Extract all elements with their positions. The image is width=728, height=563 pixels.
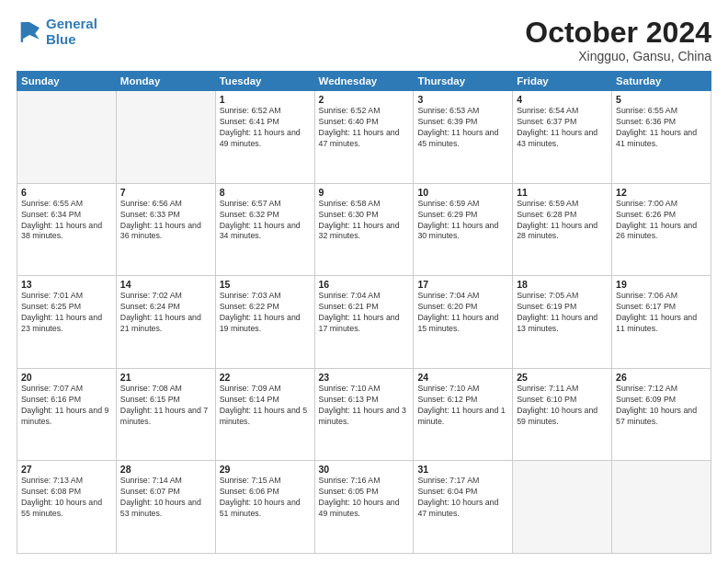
day-info: Sunrise: 6:53 AMSunset: 6:39 PMDaylight:… xyxy=(417,106,508,150)
svg-rect-2 xyxy=(21,22,23,42)
day-number: 31 xyxy=(417,464,508,475)
calendar-cell: 2Sunrise: 6:52 AMSunset: 6:40 PMDaylight… xyxy=(314,91,414,184)
day-info: Sunrise: 7:04 AMSunset: 6:21 PMDaylight:… xyxy=(319,291,410,335)
calendar-cell: 19Sunrise: 7:06 AMSunset: 6:17 PMDayligh… xyxy=(612,276,711,369)
day-number: 18 xyxy=(517,279,608,290)
day-info: Sunrise: 7:15 AMSunset: 6:06 PMDaylight:… xyxy=(220,476,311,520)
day-info: Sunrise: 7:10 AMSunset: 6:12 PMDaylight:… xyxy=(417,384,508,428)
calendar-cell: 12Sunrise: 7:00 AMSunset: 6:26 PMDayligh… xyxy=(612,183,711,276)
day-info: Sunrise: 7:11 AMSunset: 6:10 PMDaylight:… xyxy=(517,384,608,428)
day-info: Sunrise: 7:10 AMSunset: 6:13 PMDaylight:… xyxy=(319,384,410,428)
calendar-cell: 25Sunrise: 7:11 AMSunset: 6:10 PMDayligh… xyxy=(513,368,612,461)
calendar-cell: 3Sunrise: 6:53 AMSunset: 6:39 PMDaylight… xyxy=(414,91,513,184)
day-info: Sunrise: 6:55 AMSunset: 6:34 PMDaylight:… xyxy=(21,199,112,243)
day-info: Sunrise: 6:59 AMSunset: 6:28 PMDaylight:… xyxy=(517,199,608,243)
calendar-cell: 10Sunrise: 6:59 AMSunset: 6:29 PMDayligh… xyxy=(414,183,513,276)
calendar: SundayMondayTuesdayWednesdayThursdayFrid… xyxy=(17,71,711,554)
calendar-cell: 8Sunrise: 6:57 AMSunset: 6:32 PMDaylight… xyxy=(215,183,314,276)
weekday-header-friday: Friday xyxy=(513,72,612,91)
day-number: 4 xyxy=(517,94,608,105)
calendar-cell: 26Sunrise: 7:12 AMSunset: 6:09 PMDayligh… xyxy=(612,368,711,461)
day-number: 17 xyxy=(417,279,508,290)
weekday-header-saturday: Saturday xyxy=(612,72,711,91)
calendar-cell: 9Sunrise: 6:58 AMSunset: 6:30 PMDaylight… xyxy=(314,183,414,276)
day-info: Sunrise: 7:14 AMSunset: 6:07 PMDaylight:… xyxy=(120,476,211,520)
day-number: 6 xyxy=(21,187,112,198)
day-info: Sunrise: 7:08 AMSunset: 6:15 PMDaylight:… xyxy=(120,384,211,428)
calendar-cell xyxy=(17,91,117,184)
weekday-header-tuesday: Tuesday xyxy=(215,72,314,91)
calendar-cell: 30Sunrise: 7:16 AMSunset: 6:05 PMDayligh… xyxy=(314,461,414,554)
day-info: Sunrise: 7:16 AMSunset: 6:05 PMDaylight:… xyxy=(319,476,410,520)
weekday-header-sunday: Sunday xyxy=(17,72,117,91)
day-number: 2 xyxy=(319,94,410,105)
day-info: Sunrise: 7:12 AMSunset: 6:09 PMDaylight:… xyxy=(616,384,707,428)
day-info: Sunrise: 6:56 AMSunset: 6:33 PMDaylight:… xyxy=(120,199,211,243)
day-info: Sunrise: 6:59 AMSunset: 6:29 PMDaylight:… xyxy=(417,199,508,243)
header: General Blue October 2024 Xingguo, Gansu… xyxy=(17,17,711,63)
calendar-cell: 4Sunrise: 6:54 AMSunset: 6:37 PMDaylight… xyxy=(513,91,612,184)
day-number: 8 xyxy=(220,187,311,198)
calendar-cell: 14Sunrise: 7:02 AMSunset: 6:24 PMDayligh… xyxy=(116,276,215,369)
weekday-header-wednesday: Wednesday xyxy=(314,72,414,91)
day-info: Sunrise: 7:13 AMSunset: 6:08 PMDaylight:… xyxy=(21,476,112,520)
calendar-cell: 29Sunrise: 7:15 AMSunset: 6:06 PMDayligh… xyxy=(215,461,314,554)
day-number: 26 xyxy=(616,372,707,383)
day-number: 16 xyxy=(319,279,410,290)
calendar-cell: 28Sunrise: 7:14 AMSunset: 6:07 PMDayligh… xyxy=(116,461,215,554)
day-info: Sunrise: 6:58 AMSunset: 6:30 PMDaylight:… xyxy=(319,199,410,243)
day-number: 12 xyxy=(616,187,707,198)
calendar-cell: 23Sunrise: 7:10 AMSunset: 6:13 PMDayligh… xyxy=(314,368,414,461)
day-info: Sunrise: 7:04 AMSunset: 6:20 PMDaylight:… xyxy=(417,291,508,335)
day-info: Sunrise: 6:52 AMSunset: 6:40 PMDaylight:… xyxy=(319,106,410,150)
calendar-cell: 24Sunrise: 7:10 AMSunset: 6:12 PMDayligh… xyxy=(414,368,513,461)
day-info: Sunrise: 7:06 AMSunset: 6:17 PMDaylight:… xyxy=(616,291,707,335)
day-number: 25 xyxy=(517,372,608,383)
day-info: Sunrise: 7:09 AMSunset: 6:14 PMDaylight:… xyxy=(220,384,311,428)
day-number: 19 xyxy=(616,279,707,290)
calendar-cell: 1Sunrise: 6:52 AMSunset: 6:41 PMDaylight… xyxy=(215,91,314,184)
day-number: 10 xyxy=(417,187,508,198)
day-number: 15 xyxy=(220,279,311,290)
calendar-cell: 6Sunrise: 6:55 AMSunset: 6:34 PMDaylight… xyxy=(17,183,117,276)
day-info: Sunrise: 6:54 AMSunset: 6:37 PMDaylight:… xyxy=(517,106,608,150)
day-info: Sunrise: 6:55 AMSunset: 6:36 PMDaylight:… xyxy=(616,106,707,150)
day-number: 13 xyxy=(21,279,112,290)
logo-general: General xyxy=(46,16,97,31)
month-title: October 2024 xyxy=(525,17,711,49)
logo-blue: Blue xyxy=(46,31,76,47)
calendar-cell: 5Sunrise: 6:55 AMSunset: 6:36 PMDaylight… xyxy=(612,91,711,184)
page: General Blue October 2024 Xingguo, Gansu… xyxy=(0,0,728,563)
day-number: 23 xyxy=(319,372,410,383)
day-number: 14 xyxy=(120,279,211,290)
calendar-cell: 20Sunrise: 7:07 AMSunset: 6:16 PMDayligh… xyxy=(17,368,117,461)
day-number: 3 xyxy=(417,94,508,105)
calendar-cell: 18Sunrise: 7:05 AMSunset: 6:19 PMDayligh… xyxy=(513,276,612,369)
day-info: Sunrise: 7:17 AMSunset: 6:04 PMDaylight:… xyxy=(417,476,508,520)
calendar-cell: 17Sunrise: 7:04 AMSunset: 6:20 PMDayligh… xyxy=(414,276,513,369)
calendar-cell: 7Sunrise: 6:56 AMSunset: 6:33 PMDaylight… xyxy=(116,183,215,276)
day-number: 7 xyxy=(120,187,211,198)
calendar-cell: 15Sunrise: 7:03 AMSunset: 6:22 PMDayligh… xyxy=(215,276,314,369)
calendar-cell: 27Sunrise: 7:13 AMSunset: 6:08 PMDayligh… xyxy=(17,461,117,554)
calendar-cell: 16Sunrise: 7:04 AMSunset: 6:21 PMDayligh… xyxy=(314,276,414,369)
day-number: 9 xyxy=(319,187,410,198)
day-info: Sunrise: 7:05 AMSunset: 6:19 PMDaylight:… xyxy=(517,291,608,335)
day-info: Sunrise: 7:02 AMSunset: 6:24 PMDaylight:… xyxy=(120,291,211,335)
day-number: 21 xyxy=(120,372,211,383)
day-info: Sunrise: 7:01 AMSunset: 6:25 PMDaylight:… xyxy=(21,291,112,335)
calendar-cell xyxy=(513,461,612,554)
logo: General Blue xyxy=(17,17,97,47)
day-number: 28 xyxy=(120,464,211,475)
calendar-cell: 22Sunrise: 7:09 AMSunset: 6:14 PMDayligh… xyxy=(215,368,314,461)
calendar-cell: 21Sunrise: 7:08 AMSunset: 6:15 PMDayligh… xyxy=(116,368,215,461)
day-number: 24 xyxy=(417,372,508,383)
calendar-cell: 11Sunrise: 6:59 AMSunset: 6:28 PMDayligh… xyxy=(513,183,612,276)
day-info: Sunrise: 7:07 AMSunset: 6:16 PMDaylight:… xyxy=(21,384,112,428)
day-number: 20 xyxy=(21,372,112,383)
location: Xingguo, Gansu, China xyxy=(525,49,711,63)
day-number: 5 xyxy=(616,94,707,105)
day-number: 27 xyxy=(21,464,112,475)
calendar-cell xyxy=(612,461,711,554)
day-number: 1 xyxy=(220,94,311,105)
